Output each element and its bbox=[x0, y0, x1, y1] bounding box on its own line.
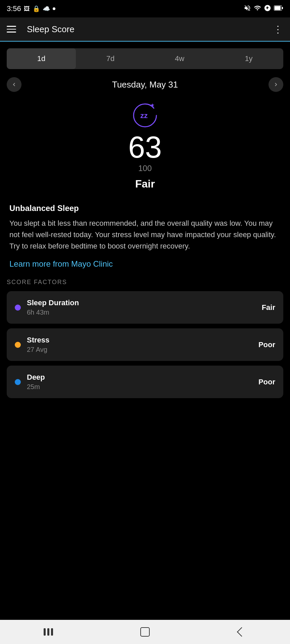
sleep-duration-sub: 6h 43m bbox=[27, 309, 79, 316]
deep-dot bbox=[15, 379, 21, 385]
tab-7d[interactable]: 7d bbox=[76, 48, 145, 69]
stress-dot bbox=[15, 342, 21, 348]
bottom-nav-bar bbox=[0, 620, 290, 644]
svg-text:★: ★ bbox=[150, 102, 155, 108]
wifi-icon bbox=[254, 4, 261, 13]
description-heading: Unbalanced Sleep bbox=[9, 204, 281, 213]
score-section: ★ zz 63 100 Fair bbox=[0, 95, 290, 200]
notification-dot bbox=[53, 7, 55, 10]
back-icon bbox=[237, 627, 246, 637]
more-options-button[interactable]: ⋮ bbox=[273, 24, 283, 35]
tab-1d[interactable]: 1d bbox=[7, 48, 76, 69]
nav-home-button[interactable] bbox=[97, 627, 193, 637]
mayo-clinic-link[interactable]: Learn more from Mayo Clinic bbox=[9, 259, 113, 269]
description-section: Unbalanced Sleep You slept a bit less th… bbox=[0, 200, 290, 279]
factors-section-title: SCORE FACTORS bbox=[7, 279, 283, 286]
stress-name: Stress bbox=[27, 336, 49, 344]
blocked-icon bbox=[264, 4, 271, 13]
sleep-duration-rating: Fair bbox=[262, 303, 275, 312]
app-title: Sleep Score bbox=[27, 24, 273, 35]
tab-4w[interactable]: 4w bbox=[145, 48, 214, 69]
svg-text:zz: zz bbox=[140, 111, 148, 120]
status-time: 3:56 bbox=[7, 4, 21, 13]
mute-icon bbox=[244, 4, 251, 13]
stress-rating: Poor bbox=[258, 340, 275, 349]
score-value: 63 bbox=[128, 132, 162, 162]
sleep-score-icon: ★ zz bbox=[132, 102, 158, 129]
deep-sub: 25m bbox=[27, 383, 45, 391]
home-icon bbox=[140, 627, 150, 637]
status-bar: 3:56 🖼 🔒 ☁️ bbox=[0, 0, 290, 17]
status-time-area: 3:56 🖼 🔒 ☁️ bbox=[7, 4, 55, 13]
period-tabs: 1d 7d 4w 1y bbox=[7, 48, 283, 69]
prev-date-button[interactable] bbox=[7, 77, 21, 92]
photo-icon: 🖼 bbox=[24, 5, 30, 12]
tab-1y[interactable]: 1y bbox=[214, 48, 283, 69]
factor-stress[interactable]: Stress 27 Avg Poor bbox=[7, 328, 283, 361]
lock-icon: 🔒 bbox=[33, 5, 40, 12]
menu-button[interactable] bbox=[7, 22, 20, 36]
status-icons-right bbox=[244, 4, 283, 13]
nav-recents-button[interactable] bbox=[0, 628, 97, 636]
svg-rect-2 bbox=[282, 7, 283, 9]
deep-rating: Poor bbox=[258, 378, 275, 386]
deep-name: Deep bbox=[27, 373, 45, 382]
score-rating: Fair bbox=[135, 178, 155, 190]
cloud-icon: ☁️ bbox=[43, 5, 50, 12]
date-navigation: Tuesday, May 31 bbox=[0, 69, 290, 95]
score-factors-section: SCORE FACTORS Sleep Duration 6h 43m Fair… bbox=[0, 279, 290, 398]
factor-sleep-duration[interactable]: Sleep Duration 6h 43m Fair bbox=[7, 291, 283, 324]
score-max: 100 bbox=[138, 164, 152, 173]
date-label: Tuesday, May 31 bbox=[112, 79, 178, 90]
app-bar: Sleep Score ⋮ bbox=[0, 17, 290, 42]
nav-back-button[interactable] bbox=[193, 629, 290, 635]
sleep-duration-dot bbox=[15, 305, 21, 311]
svg-rect-1 bbox=[275, 6, 281, 10]
stress-sub: 27 Avg bbox=[27, 346, 49, 354]
description-body: You slept a bit less than recommended, a… bbox=[9, 218, 281, 252]
next-date-button[interactable] bbox=[269, 77, 283, 92]
battery-icon bbox=[274, 5, 283, 12]
sleep-duration-name: Sleep Duration bbox=[27, 299, 79, 307]
factor-deep[interactable]: Deep 25m Poor bbox=[7, 366, 283, 398]
recents-icon bbox=[44, 628, 53, 636]
